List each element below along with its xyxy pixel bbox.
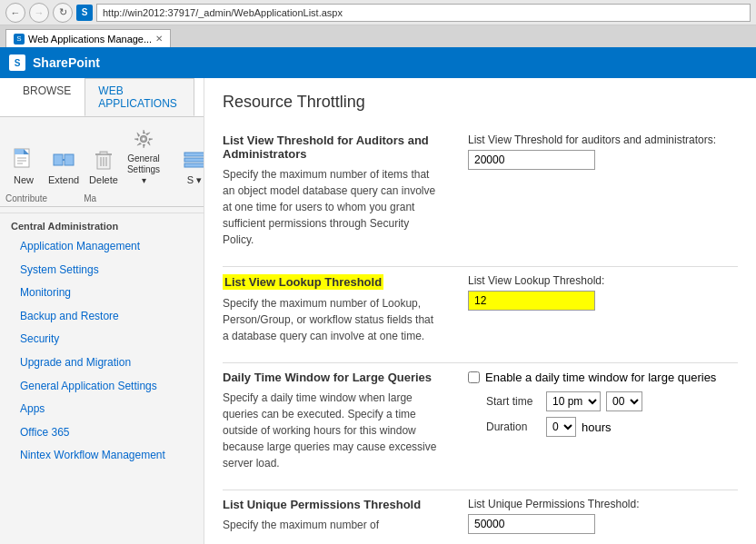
manage-label: S ▾ [187, 174, 202, 186]
daily-title: Daily Time Window for Large Queries [223, 371, 441, 384]
unique-field-label: List Unique Permissions Threshold: [468, 498, 738, 510]
sidebar: BROWSE WEB APPLICATIONS New [0, 78, 204, 544]
svg-rect-1 [15, 149, 24, 154]
auditors-field-label: List View Threshold for auditors and adm… [468, 134, 738, 146]
section-divider-1 [223, 266, 738, 267]
unique-threshold-input[interactable] [468, 514, 595, 534]
tab-title: Web Applications Manage... [28, 34, 152, 45]
manage-button[interactable]: S ▾ [176, 142, 204, 190]
tab-icon: S [14, 34, 25, 45]
unique-section-left: List Unique Permissions Threshold Specif… [223, 498, 441, 534]
svg-rect-6 [54, 154, 63, 165]
refresh-button[interactable]: ↻ [53, 3, 73, 23]
extend-button[interactable]: Extend [45, 142, 82, 190]
tab-bar: S Web Applications Manage... ✕ [0, 25, 756, 47]
lookup-section: List View Lookup Threshold Specify the m… [223, 274, 738, 344]
tab-close-button[interactable]: ✕ [155, 34, 163, 44]
gear-icon [129, 124, 158, 153]
delete-label: Delete [89, 174, 118, 186]
new-label: New [14, 174, 34, 186]
app-container: S SharePoint BROWSE WEB APPLICATIONS [0, 47, 756, 544]
sidebar-item-application-management[interactable]: Application Management [0, 235, 204, 259]
sidebar-item-upgrade-migration[interactable]: Upgrade and Migration [0, 351, 204, 375]
auditors-title: List View Threshold for Auditors and Adm… [223, 134, 441, 161]
new-icon [9, 145, 38, 174]
start-time-row: Start time 10 pm 00 [468, 391, 738, 411]
sidebar-item-monitoring[interactable]: Monitoring [0, 282, 204, 305]
section-divider-2 [223, 362, 738, 363]
hours-label: hours [582, 420, 612, 434]
back-button[interactable]: ← [5, 3, 25, 23]
browser-chrome: ← → ↻ S http://win2012:37917/_admin/WebA… [0, 0, 756, 25]
ribbon-tabs: BROWSE WEB APPLICATIONS [0, 78, 204, 117]
lookup-threshold-input[interactable] [468, 291, 595, 311]
sidebar-item-apps[interactable]: Apps [0, 398, 204, 421]
unique-section: List Unique Permissions Threshold Specif… [223, 498, 738, 534]
site-icon: S [76, 5, 93, 21]
manage-group-label: Ma [84, 193, 96, 203]
sp-title: SharePoint [33, 55, 100, 70]
lookup-field-label: List View Lookup Threshold: [468, 274, 738, 287]
daily-section-right: Enable a daily time window for large que… [468, 371, 738, 471]
sidebar-nav: Central Administration Application Manag… [0, 207, 204, 473]
daily-desc: Specify a daily time window when large q… [223, 390, 441, 471]
sidebar-item-system-settings[interactable]: System Settings [0, 259, 204, 282]
daily-section: Daily Time Window for Large Queries Spec… [223, 371, 738, 471]
lookup-section-left: List View Lookup Threshold Specify the m… [223, 274, 441, 344]
extend-label: Extend [48, 174, 79, 186]
delete-icon [89, 145, 118, 174]
svg-rect-18 [184, 153, 204, 156]
unique-section-right: List Unique Permissions Threshold: [468, 498, 738, 534]
general-settings-label: GeneralSettings ▾ [127, 153, 160, 186]
unique-desc: Specify the maximum number of [223, 517, 441, 533]
sidebar-item-nintex[interactable]: Nintex Workflow Management [0, 444, 204, 468]
address-bar[interactable]: http://win2012:37917/_admin/WebApplicati… [96, 4, 751, 22]
auditors-section: List View Threshold for Auditors and Adm… [223, 134, 738, 248]
auditors-section-left: List View Threshold for Auditors and Adm… [223, 134, 441, 248]
delete-button[interactable]: Delete [85, 142, 122, 190]
enable-daily-checkbox[interactable] [468, 371, 480, 383]
page-title: Resource Throttling [223, 93, 738, 119]
start-time-minute-select[interactable]: 00 [606, 391, 642, 411]
lookup-desc: Specify the maximum number of Lookup, Pe… [223, 295, 441, 344]
contribute-group-label: Contribute [5, 193, 47, 203]
sidebar-item-backup-restore[interactable]: Backup and Restore [0, 305, 204, 329]
ribbon-group-labels: Contribute Ma [0, 193, 204, 206]
tab-web-applications[interactable]: WEB APPLICATIONS [85, 78, 194, 116]
lookup-title: List View Lookup Threshold [223, 274, 383, 290]
svg-rect-19 [184, 158, 204, 162]
sidebar-item-office365[interactable]: Office 365 [0, 421, 204, 445]
ribbon: BROWSE WEB APPLICATIONS New [0, 78, 204, 207]
lookup-section-right: List View Lookup Threshold: [468, 274, 738, 344]
page-content-area: Resource Throttling List View Threshold … [204, 78, 756, 544]
central-admin-header: Central Administration [0, 213, 204, 235]
svg-rect-7 [65, 154, 74, 165]
svg-point-17 [143, 138, 145, 141]
daily-section-left: Daily Time Window for Large Queries Spec… [223, 371, 441, 471]
sidebar-item-general-app-settings[interactable]: General Application Settings [0, 375, 204, 399]
new-button[interactable]: New [5, 142, 42, 190]
duration-select[interactable]: 0 [546, 417, 576, 437]
section-divider-3 [223, 490, 738, 490]
unique-title: List Unique Permissions Threshold [223, 498, 441, 511]
sidebar-item-security[interactable]: Security [0, 328, 204, 351]
content-area: BROWSE WEB APPLICATIONS New [0, 78, 756, 544]
extend-icon [49, 145, 78, 174]
main-content: Resource Throttling List View Threshold … [204, 78, 756, 544]
tab-browse[interactable]: BROWSE [9, 78, 85, 116]
sharepoint-header: S SharePoint [0, 47, 756, 78]
enable-daily-row: Enable a daily time window for large que… [468, 371, 738, 384]
url-text: http://win2012:37917/_admin/WebApplicati… [103, 7, 343, 18]
duration-row: Duration 0 hours [468, 417, 738, 437]
auditors-desc: Specify the maximum number of items that… [223, 166, 441, 248]
active-tab[interactable]: S Web Applications Manage... ✕ [5, 29, 171, 47]
auditors-section-right: List View Threshold for auditors and adm… [468, 134, 738, 248]
start-time-label: Start time [486, 395, 541, 408]
enable-daily-label: Enable a daily time window for large que… [485, 371, 716, 384]
manage-icon [180, 145, 204, 174]
svg-rect-11 [100, 152, 107, 154]
start-time-hour-select[interactable]: 10 pm [546, 391, 601, 411]
forward-button[interactable]: → [29, 3, 49, 23]
general-settings-button[interactable]: GeneralSettings ▾ [125, 121, 162, 190]
auditors-threshold-input[interactable] [468, 150, 595, 170]
